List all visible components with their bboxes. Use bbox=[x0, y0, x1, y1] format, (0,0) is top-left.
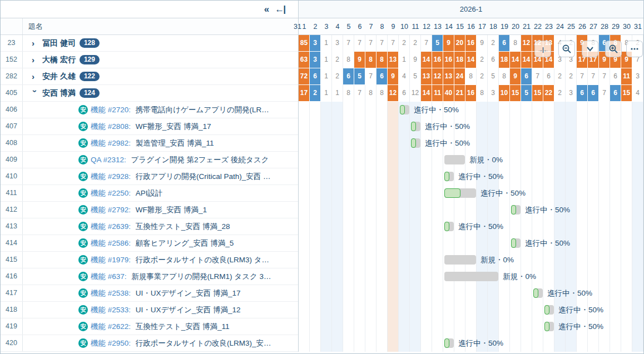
issue-link[interactable]: 機能 #637: bbox=[91, 272, 127, 282]
issue-count-badge: 129 bbox=[80, 55, 100, 64]
gantt-bar[interactable] bbox=[511, 205, 521, 215]
issue-link[interactable]: 機能 #2538: bbox=[91, 288, 131, 298]
group-row-content[interactable]: ›安西 博満124 bbox=[23, 85, 298, 101]
gantt-bar[interactable] bbox=[544, 305, 554, 315]
gantt-rows: 8531377777227592016926812121342986882633… bbox=[299, 35, 643, 352]
workload-cell: 11 bbox=[432, 85, 443, 102]
workload-cell: 13 bbox=[388, 52, 399, 68]
gantt-bar[interactable] bbox=[411, 122, 420, 131]
more-button[interactable] bbox=[626, 41, 643, 57]
workload-cell: 10 bbox=[499, 85, 510, 102]
issue-link[interactable]: 機能 #2928: bbox=[91, 172, 131, 182]
gantt-bar[interactable] bbox=[444, 338, 454, 348]
gantt-bar[interactable] bbox=[533, 288, 543, 298]
chevron-right-icon[interactable]: › bbox=[32, 55, 38, 64]
assignee-avatar-icon: 安 bbox=[78, 222, 88, 231]
gantt-bar-track bbox=[444, 272, 498, 281]
issue-link[interactable]: 機能 #2950: bbox=[91, 338, 131, 348]
fit-columns-button[interactable]: →|← bbox=[534, 41, 551, 57]
task-row: 417安機能 #2538: UI・UXデザイン_安西 博満_17 bbox=[1, 285, 298, 302]
workload-cell: 7 bbox=[377, 35, 388, 52]
group-row-content[interactable]: ›安井 久雄122 bbox=[23, 68, 298, 84]
gantt-bar[interactable] bbox=[444, 155, 465, 164]
issue-link[interactable]: 機能 #2250: bbox=[91, 188, 131, 198]
task-row: 420安機能 #2950: 行政ポータルサイトの改良(LRM3)_安… bbox=[1, 335, 298, 352]
workload-cell: 14 bbox=[465, 52, 477, 68]
gantt-bar[interactable] bbox=[400, 105, 409, 114]
issue-link[interactable]: 機能 #2622: bbox=[91, 322, 131, 332]
task-row: 409安QA #2312: プラグイン開発 第2フェーズ 後続タスク bbox=[1, 152, 298, 168]
zoom-out-button[interactable] bbox=[558, 41, 575, 57]
zoom-level-button[interactable] bbox=[582, 41, 598, 57]
issue-link[interactable]: QA #2312: bbox=[91, 156, 126, 164]
workload-cell: 1 bbox=[399, 52, 410, 68]
day-header-cell: 6 bbox=[354, 18, 365, 34]
issue-title: 行政アプリの開発(Critical Path)_安西 … bbox=[133, 172, 271, 182]
issue-link[interactable]: 機能 #1979: bbox=[91, 255, 131, 265]
workload-cell: 2 bbox=[477, 52, 488, 68]
workload-row: 1721187881261214114021168310155152223667… bbox=[299, 85, 643, 102]
left-panel-toolbar: « ←| bbox=[1, 1, 299, 18]
gantt-task-row: 進行中・50% bbox=[299, 202, 643, 218]
task-row-content: 安機能 #637: 新規事業アプリの開発(LRM1) タスク 3… bbox=[23, 268, 298, 285]
issue-link[interactable]: 機能 #2586: bbox=[91, 238, 131, 248]
issue-link[interactable]: 機能 #2720: bbox=[91, 105, 131, 115]
workload-cell: 9 bbox=[388, 68, 399, 85]
gantt-bar[interactable] bbox=[444, 255, 476, 265]
day-header-cell: 16 bbox=[465, 18, 477, 34]
chevron-down-icon[interactable]: › bbox=[31, 90, 40, 97]
day-header-cell: 18 bbox=[488, 18, 499, 34]
gantt-bar[interactable] bbox=[511, 238, 521, 248]
workload-cell: 8 bbox=[377, 85, 388, 102]
group-row-content[interactable]: ›冨田 健司128 bbox=[23, 35, 298, 51]
issue-title: 互換性テスト_安西 博満_28 bbox=[133, 222, 230, 232]
task-row-content: 安機能 #2982: 製造管理_安西 博満_11 bbox=[23, 135, 298, 151]
assignee-avatar-icon: 安 bbox=[78, 272, 88, 281]
workload-cell: 17 bbox=[299, 85, 310, 102]
workload-cell: 7 bbox=[365, 35, 377, 52]
workload-cell: 2 bbox=[310, 85, 321, 102]
month-label: 2026-1 bbox=[460, 5, 482, 13]
gantt-workload-app: « ←| 2026-1 題名 3112345678910111213141516… bbox=[0, 0, 644, 354]
workload-cell: 12 bbox=[410, 85, 421, 102]
gantt-bar[interactable] bbox=[544, 322, 554, 331]
issue-title: プラグイン開発 第2フェーズ 後続タスク bbox=[129, 155, 269, 165]
day-header-cell: 11 bbox=[410, 18, 421, 34]
assignee-avatar-icon: 安 bbox=[78, 122, 88, 131]
issue-link[interactable]: 機能 #2808: bbox=[91, 122, 131, 132]
workload-cell: 7 bbox=[532, 68, 543, 85]
group-row-content[interactable]: ›大橋 宏行129 bbox=[23, 52, 298, 68]
day-header-cell: 17 bbox=[477, 18, 488, 34]
collapse-panel-left-icon[interactable]: ←| bbox=[275, 4, 285, 14]
gantt-bar[interactable] bbox=[444, 272, 498, 281]
collapse-all-icon[interactable]: « bbox=[264, 4, 268, 14]
chevron-right-icon[interactable]: › bbox=[32, 72, 38, 81]
day-header-cell: 30 bbox=[621, 18, 632, 34]
gantt-bar[interactable] bbox=[444, 172, 454, 181]
assignee-name: 安井 久雄 bbox=[42, 72, 76, 82]
day-header-cell: 10 bbox=[399, 18, 410, 34]
task-row-content: 安機能 #2250: API設計 bbox=[23, 185, 298, 201]
issue-link[interactable]: 機能 #2533: bbox=[91, 305, 131, 315]
issue-link[interactable]: 機能 #2639: bbox=[91, 222, 131, 232]
gantt-bar-progress bbox=[411, 122, 416, 131]
gantt-task-row: 進行中・50% bbox=[299, 185, 643, 202]
zoom-in-button[interactable] bbox=[605, 41, 622, 57]
issue-link[interactable]: 機能 #2982: bbox=[91, 138, 131, 148]
gantt-bar[interactable] bbox=[444, 188, 476, 198]
workload-cell: 9 bbox=[477, 35, 488, 52]
workload-cell: 8 bbox=[510, 35, 521, 52]
workload-cell: 7 bbox=[599, 85, 610, 102]
row-number: 419 bbox=[1, 318, 23, 335]
task-row-content: 安機能 #2622: 互換性テスト_安西 博満_11 bbox=[23, 318, 298, 335]
task-row: 407安機能 #2808: WF雛形_安西 博満_17 bbox=[1, 118, 298, 135]
workload-cell: 5 bbox=[521, 85, 532, 102]
row-number: 413 bbox=[1, 218, 23, 235]
task-row-content: 安機能 #2586: 顧客ヒアリング_安西 博満_5 bbox=[23, 235, 298, 251]
workload-cell: 6 bbox=[399, 85, 410, 102]
chevron-right-icon[interactable]: › bbox=[32, 38, 38, 48]
gantt-bar[interactable] bbox=[411, 138, 420, 148]
issue-link[interactable]: 機能 #2792: bbox=[91, 205, 131, 215]
gantt-bar[interactable] bbox=[444, 222, 454, 231]
group-row: 405›安西 博満124 bbox=[1, 85, 298, 102]
